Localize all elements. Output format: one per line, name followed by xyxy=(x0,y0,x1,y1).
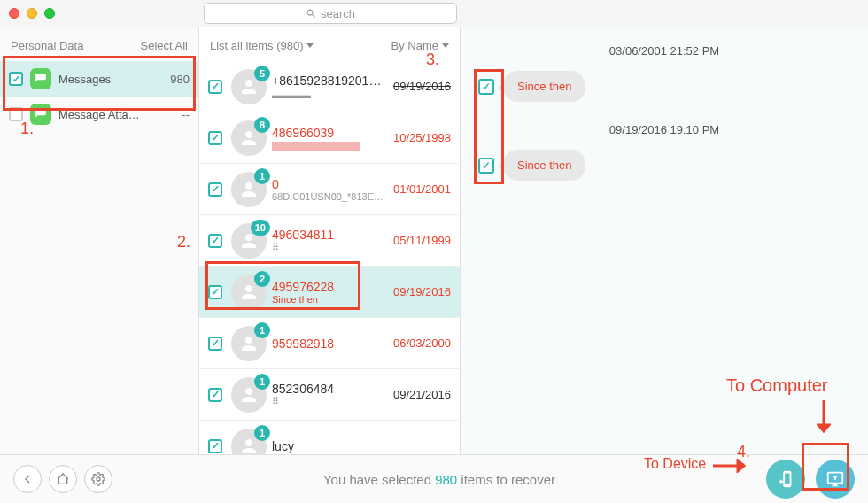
conversation-date: 01/01/2001 xyxy=(393,182,451,196)
sort-dropdown[interactable]: By Name xyxy=(391,39,449,52)
sidebar-item-messages[interactable]: ✓ Messages 980 xyxy=(0,61,198,97)
recover-to-computer-button[interactable] xyxy=(816,460,855,499)
message-bubble[interactable]: Since then xyxy=(503,71,585,102)
sidebar-item-label: Message Atta… xyxy=(58,108,174,121)
conversation-date: 09/19/2016 xyxy=(393,80,451,93)
conversation-date: 10/25/1998 xyxy=(393,131,451,144)
conversation-checkbox[interactable]: ✓ xyxy=(208,337,222,351)
attachments-icon xyxy=(30,104,51,125)
minimize-window-button[interactable] xyxy=(27,8,37,19)
conversation-main: 959982918 xyxy=(272,337,390,351)
message-checkbox[interactable]: ✓ xyxy=(478,79,494,95)
conversation-main: 496034811⠿ xyxy=(272,228,390,253)
sidebar-item-attachments[interactable]: Message Atta… -- xyxy=(0,97,198,132)
svg-point-0 xyxy=(97,477,100,481)
message-timestamp: 09/19/2016 19:10 PM xyxy=(609,123,719,136)
sidebar-items: ✓ Messages 980 Message Atta… -- xyxy=(0,61,198,132)
avatar: 1 xyxy=(231,326,267,361)
search-icon xyxy=(306,8,317,19)
conversation-main: +8615928819201、…▬▬▬▬ xyxy=(272,74,390,100)
avatar: 10 xyxy=(231,223,267,259)
badge: 1 xyxy=(254,168,270,184)
badge: 2 xyxy=(254,271,270,287)
settings-button[interactable] xyxy=(84,465,112,493)
avatar: 2 xyxy=(231,275,267,310)
home-button[interactable] xyxy=(49,465,77,493)
conversation-preview: 68D.C01USN00_*813E… xyxy=(272,191,390,202)
main-content: Personal Data Select All ✓ Messages 980 … xyxy=(0,27,868,460)
message-timestamp: 03/06/2001 21:52 PM xyxy=(609,44,719,58)
sidebar: Personal Data Select All ✓ Messages 980 … xyxy=(0,27,199,460)
window-controls xyxy=(9,8,55,19)
conversation-date: 06/03/2000 xyxy=(393,337,451,350)
conversation-name: 0 xyxy=(272,177,390,191)
chevron-down-icon xyxy=(306,43,314,48)
conversation-checkbox[interactable]: ✓ xyxy=(208,131,222,145)
select-all-button[interactable]: Select All xyxy=(141,39,188,52)
recover-to-device-button[interactable] xyxy=(766,460,805,499)
messages-icon xyxy=(30,68,51,89)
conversation-row[interactable]: ✓5+8615928819201、…▬▬▬▬09/19/2016 xyxy=(199,61,460,112)
conversation-row[interactable]: ✓10496034811⠿05/11/1999 xyxy=(199,215,460,267)
sidebar-item-count: 980 xyxy=(170,73,190,86)
close-window-button[interactable] xyxy=(9,8,19,19)
badge: 5 xyxy=(254,66,270,81)
chevron-down-icon xyxy=(442,43,449,48)
conversation-name: 496034811 xyxy=(272,228,390,242)
avatar: 8 xyxy=(231,120,267,156)
badge: 1 xyxy=(254,425,270,441)
sidebar-header: Personal Data Select All xyxy=(0,27,198,61)
conversations-container: ✓5+8615928819201、…▬▬▬▬09/19/2016✓8486966… xyxy=(199,61,460,460)
avatar: 1 xyxy=(231,377,267,413)
conversation-row[interactable]: ✓1852306484⠿09/21/2016 xyxy=(199,369,460,421)
footer-nav xyxy=(13,465,112,493)
conversation-preview: Since then xyxy=(272,294,390,305)
conversation-name: lucy xyxy=(272,439,447,453)
conversation-checkbox[interactable]: ✓ xyxy=(208,285,222,299)
sidebar-item-count: -- xyxy=(182,108,190,121)
conversation-preview: ⠿ xyxy=(272,242,390,253)
redacted-preview xyxy=(272,142,360,151)
conversation-row[interactable]: ✓2495976228Since then09/19/2016 xyxy=(199,267,460,318)
search-placeholder: search xyxy=(321,7,355,20)
badge: 10 xyxy=(251,220,270,236)
conversation-preview: ▬▬▬▬ xyxy=(272,89,390,100)
conversation-checkbox[interactable]: ✓ xyxy=(208,388,222,402)
conversation-name: +8615928819201、… xyxy=(272,74,390,89)
conversation-checkbox[interactable]: ✓ xyxy=(208,439,222,453)
conversation-main: 068D.C01USN00_*813E… xyxy=(272,177,390,202)
sidebar-title: Personal Data xyxy=(11,39,83,52)
avatar: 1 xyxy=(231,172,267,207)
conversation-date: 05/11/1999 xyxy=(393,234,451,247)
detail-panel: 03/06/2001 21:52 PM ✓ Since then 09/19/2… xyxy=(461,27,868,460)
status-text: You have selected 980 items to recover xyxy=(112,472,766,487)
conversation-preview: ⠿ xyxy=(272,396,390,407)
badge: 8 xyxy=(254,117,270,133)
checkbox[interactable]: ✓ xyxy=(9,72,23,86)
message-checkbox[interactable]: ✓ xyxy=(478,158,494,174)
message-row: ✓ Since then xyxy=(478,71,585,102)
search-input[interactable]: search xyxy=(204,3,457,24)
search-container: search xyxy=(204,3,457,24)
conversation-checkbox[interactable]: ✓ xyxy=(208,234,222,248)
filter-dropdown[interactable]: List all items (980) xyxy=(210,39,314,52)
conversation-name: 486966039 xyxy=(272,126,390,140)
conversation-checkbox[interactable]: ✓ xyxy=(208,182,222,197)
conversation-checkbox[interactable]: ✓ xyxy=(208,80,222,94)
avatar: 5 xyxy=(231,69,267,104)
conversation-row[interactable]: ✓195998291806/03/2000 xyxy=(199,318,460,369)
maximize-window-button[interactable] xyxy=(44,8,55,19)
conversation-row[interactable]: ✓1068D.C01USN00_*813E…01/01/2001 xyxy=(199,164,460,215)
list-header: List all items (980) By Name xyxy=(199,27,460,61)
conversation-main: 486966039 xyxy=(272,126,390,151)
checkbox[interactable] xyxy=(9,107,23,121)
conversation-row[interactable]: ✓848696603910/25/1998 xyxy=(199,112,460,164)
back-button[interactable] xyxy=(13,465,42,493)
message-row: ✓ Since then xyxy=(478,150,585,181)
conversation-main: 495976228Since then xyxy=(272,280,390,305)
footer-actions xyxy=(766,460,855,499)
conversation-name: 495976228 xyxy=(272,280,390,294)
conversation-date: 09/21/2016 xyxy=(393,388,451,401)
conversation-list: List all items (980) By Name ✓5+86159288… xyxy=(199,27,461,460)
message-bubble[interactable]: Since then xyxy=(503,150,585,181)
